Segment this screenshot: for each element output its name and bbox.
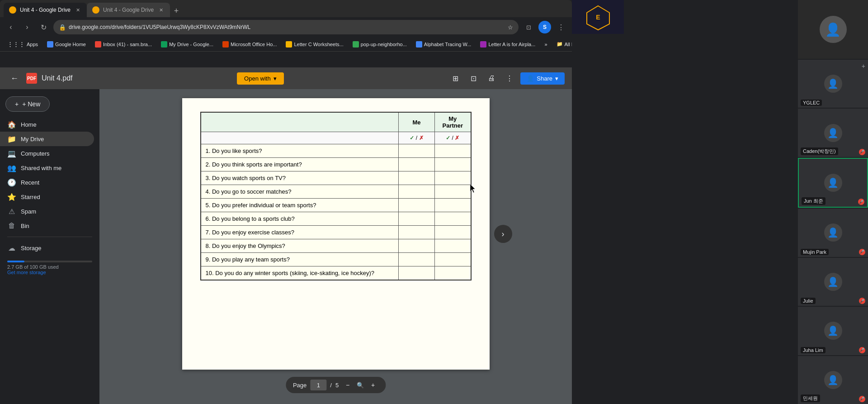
present-icon-button[interactable]: ⊞ xyxy=(448,71,462,86)
forward-button[interactable]: › xyxy=(21,21,33,33)
sidebar-item-bin[interactable]: 🗑 Bin xyxy=(0,219,94,233)
bookmark-apps[interactable]: ⋮⋮⋮ Apps xyxy=(4,40,42,48)
bookmark-ms-office[interactable]: Microsoft Office Ho... xyxy=(219,40,281,48)
folder-icon: 📁 xyxy=(557,41,563,47)
sidebar-item-starred[interactable]: ⭐ Starred xyxy=(0,190,94,204)
more-options-button[interactable]: ⋮ xyxy=(502,71,517,86)
tab-1-close[interactable]: ✕ xyxy=(74,6,81,14)
sidebar-item-computers[interactable]: 💻 Computers xyxy=(0,146,94,161)
me-answer-cell xyxy=(399,212,435,226)
pdf-content: Me My Partner ✓ / ✗ xyxy=(99,89,572,404)
zoom-plus-button[interactable]: + xyxy=(368,380,378,390)
sidebar-item-storage[interactable]: ☁ Storage xyxy=(0,241,94,255)
storage-info: 2.7 GB of 100 GB used Get more storage xyxy=(0,255,99,279)
partner-answer-cell xyxy=(435,158,471,171)
plus-icon: + xyxy=(15,100,19,108)
sidebar-item-spam[interactable]: ⚠ Spam xyxy=(0,204,94,219)
browser-window: Unit 4 - Google Drive ✕ Unit 4 - Google … xyxy=(0,0,572,404)
more-bookmarks-label: » xyxy=(544,42,547,47)
question-cell: 8. Do you enjoy the Olympics? xyxy=(201,239,399,253)
bookmark-my-drive[interactable]: My Drive - Google... xyxy=(157,40,217,48)
inbox-favicon xyxy=(95,41,101,48)
profile-icon[interactable]: S xyxy=(538,21,551,33)
table-row: 7. Do you enjoy exercise classes? xyxy=(201,226,471,239)
jun-icon-row: 🎤 xyxy=(858,199,864,205)
tab-2-favicon xyxy=(92,6,99,14)
print-button[interactable]: 🖨 xyxy=(484,71,499,86)
get-more-storage-link[interactable]: Get more storage xyxy=(7,270,46,275)
open-with-button[interactable]: Open with ▾ xyxy=(237,72,284,85)
pdf-back-button[interactable]: ← xyxy=(7,71,22,86)
page-number-input[interactable] xyxy=(310,380,326,390)
pdf-toolbar-left: ← PDF Unit 4.pdf xyxy=(7,71,72,86)
yglec-add-icon[interactable]: + xyxy=(862,62,865,70)
home-label: Home xyxy=(21,121,37,128)
shared-label: Shared with me xyxy=(21,165,61,171)
storage-bar xyxy=(7,261,92,262)
zoom-minus-button[interactable]: − xyxy=(342,380,353,390)
open-new-tab-button[interactable]: ⊡ xyxy=(466,71,481,86)
bookmark-more[interactable]: » xyxy=(541,41,551,48)
me-answer-cell xyxy=(399,158,435,171)
extension-icon[interactable]: ⊡ xyxy=(522,21,535,33)
storage-bar-fill xyxy=(7,261,24,262)
sidebar-item-recent[interactable]: 🕐 Recent xyxy=(0,175,94,190)
back-button[interactable]: ‹ xyxy=(5,21,17,33)
minsewon-mic-icon: 🎤 xyxy=(859,396,865,402)
check-row: ✓ / ✗ ✓ / ✗ xyxy=(201,132,471,144)
bookmark-popup[interactable]: pop-up-neighborho... xyxy=(349,40,410,48)
question-cell: 3. Do you watch sports on TV? xyxy=(201,171,399,185)
video-tile-caden: 👤 Caden(박창민) 🎤 xyxy=(798,109,868,157)
minsewon-label: 민세원 xyxy=(801,394,820,402)
sidebar-item-home[interactable]: 🏠 Home xyxy=(0,117,94,132)
partner-answer-cell xyxy=(435,253,471,266)
bookmark-all[interactable]: 📁 All Bookmarks xyxy=(553,40,572,48)
question-cell: 4. Do you go to soccer matches? xyxy=(201,185,399,199)
my-drive-sidebar-label: My Drive xyxy=(21,136,44,143)
partner-answer-cell xyxy=(435,226,471,239)
video-panel: 👤 👤 YGLEC + 👤 Caden(박창민) 🎤 👤 Jun 최준 🎤 👤 … xyxy=(798,0,868,404)
table-row: 6. Do you belong to a sports club? xyxy=(201,212,471,226)
bookmark-letter-c[interactable]: Letter C Worksheets... xyxy=(282,40,347,48)
new-tab-button[interactable]: + xyxy=(170,5,183,17)
tab-2[interactable]: Unit 4 - Google Drive ✕ xyxy=(87,3,170,17)
me-answer-cell xyxy=(399,266,435,280)
menu-button[interactable]: ⋮ xyxy=(555,21,567,33)
share-label: Share xyxy=(537,75,552,82)
video-tile-julie: 👤 Julie 🎤 xyxy=(798,258,868,306)
julie-label: Julie xyxy=(801,298,816,304)
tab-1[interactable]: Unit 4 - Google Drive ✕ xyxy=(4,3,87,17)
video-tile-minsewon: 👤 민세원 🎤 xyxy=(798,356,868,404)
computers-icon: 💻 xyxy=(7,149,16,158)
me-answer-cell xyxy=(399,253,435,266)
sidebar-item-my-drive[interactable]: 📁 My Drive xyxy=(0,132,94,146)
worksheet-table: Me My Partner ✓ / ✗ xyxy=(200,112,472,280)
refresh-button[interactable]: ↻ xyxy=(37,21,50,33)
sidebar-item-shared[interactable]: 👥 Shared with me xyxy=(0,161,94,175)
next-page-button[interactable]: › xyxy=(494,225,512,243)
bookmark-inbox[interactable]: Inbox (41) - sam.bra... xyxy=(91,40,156,48)
page-controls: Page / 5 − 🔍 + xyxy=(286,377,386,393)
mujin-avatar: 👤 xyxy=(824,223,842,242)
bookmark-alphabet[interactable]: Alphabet Tracing W... xyxy=(412,40,475,48)
question-cell: 6. Do you belong to a sports club? xyxy=(201,212,399,226)
video-tile-yglec: 👤 YGLEC + xyxy=(798,60,868,108)
bookmark-google-home[interactable]: Google Home xyxy=(43,40,90,48)
tab-1-label: Unit 4 - Google Drive xyxy=(20,7,71,13)
new-button[interactable]: + + New xyxy=(5,96,50,112)
partner-header: My Partner xyxy=(435,112,471,132)
bookmarks-bar: ⋮⋮⋮ Apps Google Home Inbox (41) - sam.br… xyxy=(0,37,572,52)
spam-label: Spam xyxy=(21,208,36,215)
jun-label: Jun 최준 xyxy=(802,197,826,205)
julie-avatar: 👤 xyxy=(824,273,842,291)
share-button[interactable]: 👤 Share ▾ xyxy=(520,72,565,85)
me-answer-cell xyxy=(399,171,435,185)
jun-avatar: 👤 xyxy=(824,174,842,192)
question-cell: 7. Do you enjoy exercise classes? xyxy=(201,226,399,239)
share-arrow-icon: ▾ xyxy=(555,75,558,82)
tab-2-close[interactable]: ✕ xyxy=(157,6,165,14)
question-cell: 5. Do you prefer individual or team spor… xyxy=(201,199,399,212)
bookmark-letter-a[interactable]: Letter A is for Airpla... xyxy=(476,40,539,48)
partner-answer-cell xyxy=(435,185,471,199)
address-bar[interactable]: 🔒 drive.google.com/drive/folders/1VU5Pla… xyxy=(53,20,519,34)
